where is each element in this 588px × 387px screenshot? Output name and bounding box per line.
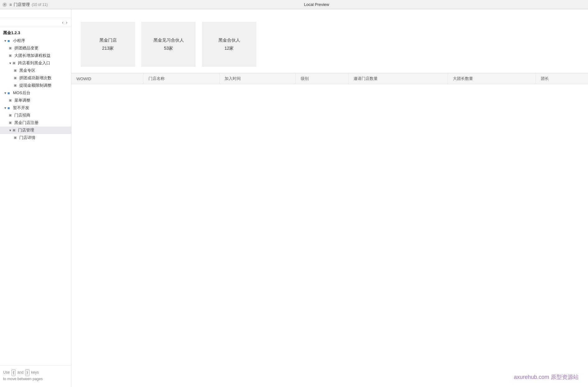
stat-value-1: 53家	[164, 46, 173, 51]
page-icon: ▣	[9, 98, 13, 103]
tree-root-label: 黑金1.2.3	[0, 29, 71, 37]
stat-value-2: 12家	[225, 46, 234, 51]
page-icon: ▣	[14, 136, 18, 140]
sidebar-item-label: 小程序	[13, 38, 25, 44]
stat-card-0: 黑金门店 213家	[81, 22, 135, 67]
arrow-icon: ▼	[4, 91, 7, 95]
sidebar-item-mendianzhaoshang[interactable]: ▣ 门店招商	[0, 112, 71, 119]
footer-text-use: Use	[3, 370, 10, 375]
sidebar-item-label: 大团长增加课程权益	[14, 53, 51, 58]
key-prev-icon: {	[11, 369, 16, 376]
page-icon: ▣	[14, 68, 18, 73]
sidebar-item-zanbukaifa[interactable]: ▼ ■ 暂不开发	[0, 104, 71, 112]
top-bar: × ≡ 门店管理 (10 of 11) Local Preview	[0, 0, 588, 9]
sidebar-item-mendianguanli[interactable]: ▼ ▣ 门店管理	[0, 127, 71, 134]
table-area: WOWID 门店名称 加入时间 级别 邀请门店数量 大团长数量 团长	[71, 73, 588, 387]
folder-icon: ■	[7, 91, 12, 95]
sidebar-item-label: 跨店看到黑金入口	[18, 60, 50, 66]
page-icon: ▣	[9, 46, 13, 50]
sidebar-item-label: 拼团赠品变更	[14, 45, 39, 51]
sidebar-item-label: 黑金门店注册	[14, 120, 39, 126]
sidebar-footer: Use { and } keysto move between pages	[0, 365, 71, 387]
key-next-icon: }	[25, 369, 30, 376]
search-bar	[0, 9, 71, 18]
search-input[interactable]	[2, 11, 69, 16]
col-shopname: 门店名称	[143, 73, 219, 84]
local-preview-label: Local Preview	[48, 2, 586, 7]
sidebar-item-label: MOS后台	[13, 90, 30, 96]
col-wowid: WOWID	[71, 73, 143, 84]
sidebar-item-label: 菜单调整	[14, 98, 30, 103]
page-icon: ▣	[9, 53, 13, 58]
page-icon: ▣	[9, 113, 13, 117]
sidebar-item-heijinzhuce[interactable]: ▣ 黑金门店注册	[0, 119, 71, 127]
footer-text-and: and	[17, 370, 24, 375]
sidebar-item-label: 黑金专区	[19, 68, 35, 73]
stat-card-1: 黑金见习合伙人 53家	[141, 22, 196, 67]
stat-title-1: 黑金见习合伙人	[153, 38, 184, 43]
table-header-row: WOWID 门店名称 加入时间 级别 邀请门店数量 大团长数量 团长	[71, 73, 588, 84]
folder-icon: ■	[7, 39, 12, 43]
sidebar-item-pintuanzenpin[interactable]: ▣ 拼团赠品变更	[0, 44, 71, 52]
sidebar-item-label: 门店招商	[14, 113, 30, 118]
col-jointime: 加入时间	[219, 73, 295, 84]
close-button[interactable]: ×	[2, 2, 7, 7]
sidebar-item-label: 暂不开发	[13, 105, 29, 111]
col-level: 级别	[295, 73, 348, 84]
stat-value-0: 213家	[102, 46, 114, 51]
sidebar-item-mendianzhuanqing[interactable]: ▣ 门店详情	[0, 134, 71, 141]
sidebar-item-label: 门店详情	[19, 135, 35, 141]
sidebar-item-datuanzhang[interactable]: ▣ 大团长增加课程权益	[0, 52, 71, 59]
stats-cards: 黑金门店 213家 黑金见习合伙人 53家 黑金合伙人 12家	[71, 9, 588, 73]
watermark: axurehub.com 原型资源站	[514, 373, 579, 381]
arrow-icon: ▼	[4, 39, 7, 43]
page-title: 门店管理	[14, 2, 30, 7]
page-icon: ▣	[9, 121, 13, 125]
sidebar-nav-buttons: ‹ ›	[0, 18, 71, 27]
sidebar-item-heijinzhuanqu[interactable]: ▣ 黑金专区	[0, 67, 71, 74]
arrow-icon: ▼	[9, 62, 12, 65]
nav-prev-button[interactable]: ‹	[61, 19, 65, 25]
col-invite-count: 邀请门店数量	[349, 73, 448, 84]
arrow-icon: ▼	[9, 129, 12, 132]
col-tuanzhang: 团长	[536, 73, 588, 84]
sidebar-item-mos[interactable]: ▼ ■ MOS后台	[0, 89, 71, 97]
sidebar-item-kuadian[interactable]: ▼ ▣ 跨店看到黑金入口	[0, 59, 71, 67]
stat-title-0: 黑金门店	[99, 38, 117, 43]
page-icon: ▣	[14, 83, 18, 88]
sidebar-item-pintuanchengong[interactable]: ▣ 拼团成功新增次数	[0, 74, 71, 82]
sidebar-item-caidan[interactable]: ▣ 菜单调整	[0, 97, 71, 104]
sidebar-item-label: 提现金额限制调整	[19, 83, 52, 88]
sidebar-tree: 黑金1.2.3 ▼ ■ 小程序 ▣ 拼团赠品变更 ▣ 大团长增加课程权益 ▼	[0, 27, 71, 365]
arrow-icon: ▼	[4, 106, 7, 110]
sidebar-item-label: 拼团成功新增次数	[19, 75, 52, 81]
stat-card-2: 黑金合伙人 12家	[202, 22, 256, 67]
nav-next-button[interactable]: ›	[65, 19, 69, 25]
data-table: WOWID 门店名称 加入时间 级别 邀请门店数量 大团长数量 团长	[71, 73, 588, 84]
col-datuanzhang-count: 大团长数量	[448, 73, 536, 84]
page-icon: ▣	[14, 76, 18, 80]
folder-icon: ■	[7, 106, 12, 110]
page-icon: ▣	[12, 61, 17, 65]
stat-title-2: 黑金合伙人	[218, 38, 240, 43]
sidebar: ‹ › 黑金1.2.3 ▼ ■ 小程序 ▣ 拼团赠品变更 ▣ 大团长增加课程权益	[0, 9, 71, 387]
content-area: 黑金门店 213家 黑金见习合伙人 53家 黑金合伙人 12家 WOWID 门店…	[71, 9, 588, 387]
sidebar-item-miniprog[interactable]: ▼ ■ 小程序	[0, 37, 71, 44]
page-info: (10 of 11)	[32, 2, 48, 7]
hamburger-icon: ≡	[9, 2, 12, 7]
page-icon: ▣	[12, 128, 17, 132]
sidebar-item-label: 门店管理	[18, 127, 34, 133]
main-layout: ‹ › 黑金1.2.3 ▼ ■ 小程序 ▣ 拼团赠品变更 ▣ 大团长增加课程权益	[0, 9, 588, 387]
sidebar-item-tixian[interactable]: ▣ 提现金额限制调整	[0, 82, 71, 89]
